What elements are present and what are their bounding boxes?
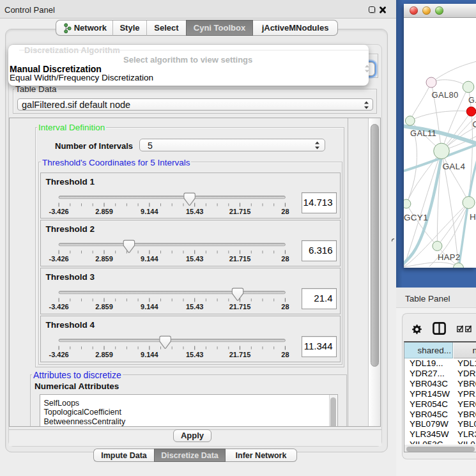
svg-text:9.144: 9.144 xyxy=(141,255,158,263)
svg-text:G.: G. xyxy=(468,96,476,105)
svg-text:28: 28 xyxy=(281,303,289,311)
svg-text:GAL11: GAL11 xyxy=(410,128,436,138)
svg-text:9.144: 9.144 xyxy=(141,207,158,215)
svg-text:21.715: 21.715 xyxy=(229,303,250,311)
svg-text:-3.426: -3.426 xyxy=(49,303,68,311)
svg-text:2.859: 2.859 xyxy=(95,351,113,358)
svg-text:28: 28 xyxy=(281,207,289,215)
svg-text:15.43: 15.43 xyxy=(185,351,203,358)
svg-text:9.144: 9.144 xyxy=(141,351,158,358)
svg-text:2.859: 2.859 xyxy=(95,303,113,311)
svg-text:21.715: 21.715 xyxy=(229,207,250,215)
svg-text:15.43: 15.43 xyxy=(185,207,203,215)
svg-text:C: C xyxy=(473,120,476,129)
svg-text:21.715: 21.715 xyxy=(229,255,250,263)
svg-text:-3.426: -3.426 xyxy=(49,207,68,215)
svg-text:15.43: 15.43 xyxy=(185,303,203,311)
svg-text:28: 28 xyxy=(281,255,289,263)
svg-text:H: H xyxy=(470,212,476,222)
svg-text:9.144: 9.144 xyxy=(141,303,158,311)
svg-text:15.43: 15.43 xyxy=(185,255,203,263)
svg-text:GAL80: GAL80 xyxy=(432,90,459,100)
svg-text:2.859: 2.859 xyxy=(95,207,113,215)
svg-text:-3.426: -3.426 xyxy=(49,255,68,263)
svg-text:-3.426: -3.426 xyxy=(49,351,68,358)
svg-text:21.715: 21.715 xyxy=(229,351,250,358)
svg-text:HAP2: HAP2 xyxy=(438,252,460,262)
svg-text:28: 28 xyxy=(281,351,289,358)
svg-text:GCY1: GCY1 xyxy=(404,213,428,222)
svg-text:2.859: 2.859 xyxy=(95,255,113,263)
svg-text:GAL4: GAL4 xyxy=(443,162,466,171)
